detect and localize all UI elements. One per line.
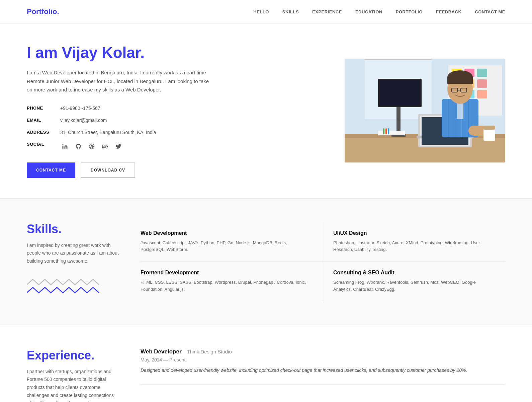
dribbble-icon[interactable] <box>87 142 96 151</box>
svg-rect-4 <box>365 59 432 60</box>
skills-heading-dot: . <box>58 222 62 236</box>
skills-heading-text: Skills <box>27 222 58 236</box>
nav-education[interactable]: EDUCATION <box>355 9 382 14</box>
skills-description: I am inspired by creating great work wit… <box>27 242 120 265</box>
skill-frontend-desc: HTML, CSS, LESS, SASS, Bootstrap, Wordpr… <box>141 279 313 293</box>
email-label: EMAIL <box>27 116 60 124</box>
hero-heading: I am Vijay Kolar. <box>27 44 214 62</box>
skill-uiux-title: UI\UX Design <box>333 230 495 236</box>
svg-rect-14 <box>477 90 487 98</box>
svg-rect-45 <box>388 128 389 134</box>
email-value: vijayikolar@gmail.com <box>60 116 214 124</box>
skills-heading: Skills. <box>27 222 120 236</box>
logo-dot: . <box>57 7 59 16</box>
exp-job-title-0: Web Developer <box>141 348 182 355</box>
hero-section: I am Vijay Kolar. I am a Web Developer l… <box>0 23 532 198</box>
linkedin-icon[interactable] <box>60 142 70 151</box>
svg-rect-11 <box>477 79 487 88</box>
exp-date-0: May, 2014 — Present <box>141 357 505 362</box>
skill-web-dev: Web Development Javascript, Coffeescript… <box>141 222 323 262</box>
exp-company-0: Think Design Studio <box>187 349 232 354</box>
experience-left: Experience. I partner with startups, org… <box>27 348 120 402</box>
nav-feedback[interactable]: FEEDBACK <box>436 9 461 14</box>
skill-uiux: UI\UX Design Photoshop, Illustrator, Ske… <box>323 222 505 262</box>
nav-portfolio[interactable]: PORTFOLIO <box>396 9 423 14</box>
hero-heading-text: I am Vijay Kolar <box>27 44 140 61</box>
nav-skills[interactable]: SKILLS <box>282 9 299 14</box>
logo-text: Portfolio <box>27 7 57 16</box>
hero-image <box>345 59 505 162</box>
experience-section: Experience. I partner with startups, org… <box>0 325 532 402</box>
skill-web-dev-desc: Javascript, Coffeescript, JAVA, Python, … <box>141 240 313 254</box>
svg-rect-40 <box>483 126 495 130</box>
wave-row-blue <box>27 287 120 293</box>
experience-heading-text: Experience <box>27 348 91 362</box>
skills-left: Skills. I am inspired by creating great … <box>27 222 120 301</box>
phone-value: +91-9980 -175-567 <box>60 104 214 112</box>
hero-info-table: PHONE +91-9980 -175-567 EMAIL vijayikola… <box>27 104 214 152</box>
address-value: 31, Church Street, Bengaluru South, KA, … <box>60 128 214 136</box>
skill-frontend-title: Frontend Development <box>141 270 313 276</box>
nav-experience[interactable]: EXPERIENCE <box>312 9 342 14</box>
contact-me-button[interactable]: CONTACT ME <box>27 162 75 178</box>
experience-list: Web Developer Think Design Studio May, 2… <box>141 348 505 402</box>
experience-description: I partner with startups, organizations a… <box>27 368 120 402</box>
experience-heading-dot: . <box>91 348 94 362</box>
main-nav: Portfolio. HELLO SKILLS EXPERIENCE EDUCA… <box>0 0 532 23</box>
svg-rect-8 <box>477 69 487 77</box>
skill-uiux-desc: Photoshop, Illustrator, Sketch, Axure, X… <box>333 240 495 254</box>
hero-intro: I am a Web Developer located in Bengalur… <box>27 68 214 94</box>
skill-seo: Consulting & SEO Audit Screaming Frog, W… <box>323 262 505 301</box>
github-icon[interactable] <box>74 142 83 151</box>
logo[interactable]: Portfolio. <box>27 7 59 16</box>
wave-row-gray <box>27 279 120 285</box>
skill-frontend: Frontend Development HTML, CSS, LESS, SA… <box>141 262 323 301</box>
download-cv-button[interactable]: DOWNLOAD CV <box>81 162 135 178</box>
exp-title-row-0: Web Developer Think Design Studio <box>141 348 505 355</box>
social-label: SOCIAL <box>27 140 60 152</box>
svg-rect-44 <box>385 128 387 134</box>
skill-seo-title: Consulting & SEO Audit <box>333 270 495 276</box>
phone-label: PHONE <box>27 104 60 112</box>
skill-web-dev-title: Web Development <box>141 230 313 236</box>
nav-links: HELLO SKILLS EXPERIENCE EDUCATION PORTFO… <box>253 9 505 15</box>
address-label: ADDRESS <box>27 128 60 136</box>
skills-grid: Web Development Javascript, Coffeescript… <box>141 222 505 301</box>
skill-seo-desc: Screaming Frog, Woorank, Raventools, Sem… <box>333 279 495 293</box>
social-icons-row <box>60 140 214 152</box>
nav-contact[interactable]: CONTACT ME <box>475 9 505 14</box>
exp-desc-0: Designed and developed user-friendly web… <box>141 366 505 375</box>
svg-rect-43 <box>383 128 384 134</box>
nav-hello[interactable]: HELLO <box>253 9 269 14</box>
svg-rect-21 <box>379 80 420 106</box>
svg-point-0 <box>63 144 64 145</box>
exp-item-0: Web Developer Think Design Studio May, 2… <box>141 348 505 385</box>
hero-heading-dot: . <box>140 44 145 61</box>
behance-icon[interactable] <box>100 142 110 151</box>
svg-rect-34 <box>447 77 473 84</box>
experience-heading: Experience. <box>27 348 120 362</box>
hero-content: I am Vijay Kolar. I am a Web Developer l… <box>27 44 214 178</box>
skills-section: Skills. I am inspired by creating great … <box>0 198 532 325</box>
hero-buttons: CONTACT ME DOWNLOAD CV <box>27 162 214 178</box>
twitter-icon[interactable] <box>114 142 123 151</box>
wave-graphic <box>27 279 120 293</box>
